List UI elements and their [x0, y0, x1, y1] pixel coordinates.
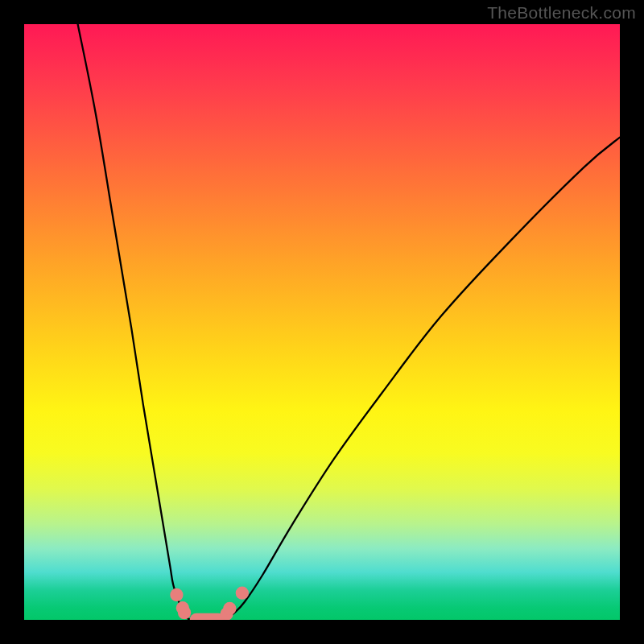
marker-point: [236, 587, 249, 600]
marker-point: [170, 588, 183, 601]
curve-right-branch: [224, 138, 620, 620]
curve-layer: [24, 24, 620, 620]
watermark-text: TheBottleneck.com: [487, 3, 636, 23]
curve-left-branch: [78, 24, 192, 620]
plot-area: [24, 24, 620, 620]
chart-frame: TheBottleneck.com: [0, 0, 644, 644]
marker-point: [223, 602, 236, 615]
marker-point: [178, 606, 191, 619]
valley-marker-segment: [190, 613, 225, 620]
